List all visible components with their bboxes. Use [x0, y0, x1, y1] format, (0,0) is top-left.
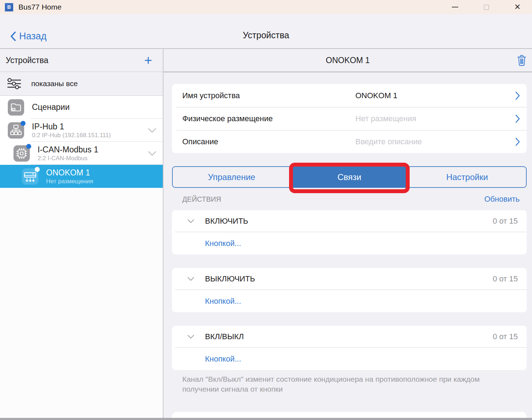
chevron-down-icon — [187, 335, 194, 339]
add-device-button[interactable]: + — [144, 55, 152, 66]
detail-content: Имя устройства ONOKOM 1 Физическое разме… — [164, 72, 532, 418]
chevron-down-icon[interactable] — [148, 128, 156, 133]
detail-header: ONOKOM 1 — [164, 49, 532, 72]
device-detail-panel: ONOKOM 1 Имя устр — [164, 49, 532, 418]
sidebar-item-onokom[interactable]: ONOKOM 1 Нет размещения — [0, 165, 163, 188]
info-label: Описание — [182, 137, 218, 146]
add-button-link[interactable]: Кнопкой... — [205, 239, 241, 248]
window-controls: ✕ — [450, 0, 522, 14]
body: Устройства + показаны все — [0, 49, 532, 418]
filter-label: показаны все — [31, 79, 78, 88]
status-badge — [26, 144, 31, 149]
actions-section-label: ДЕЙСТВИЯ — [182, 195, 221, 203]
action-card-toggle: ВКЛ/ВЫКЛ 0 от 15 Кнопкой... — [172, 326, 527, 370]
device-info-card: Имя устройства ONOKOM 1 Физическое разме… — [172, 84, 527, 153]
window-bottom-edge — [0, 418, 532, 420]
network-hub-icon — [8, 122, 24, 139]
chevron-right-icon — [515, 138, 520, 146]
app-window: B Bus77 Home ✕ Назад Устройства Устройст… — [0, 0, 532, 420]
actions-header: ДЕЙСТВИЯ Обновить — [172, 193, 527, 206]
minimize-icon — [452, 7, 458, 7]
chevron-left-icon — [10, 31, 16, 41]
chip-icon — [13, 145, 30, 162]
maximize-icon — [484, 5, 489, 10]
status-badge — [21, 121, 26, 126]
device-name-title: ONOKOM 1 — [326, 56, 370, 65]
info-value: ONOKOM 1 — [355, 91, 398, 100]
device-title: IP-Hub 1 — [32, 122, 111, 131]
action-link-row: Кнопкой... — [172, 348, 527, 370]
info-label: Физическое размещение — [182, 114, 273, 123]
action-link-row: Кнопкой... — [172, 232, 527, 254]
chevron-down-icon[interactable] — [148, 151, 156, 156]
trash-icon — [516, 54, 527, 67]
action-card-header[interactable]: ВКЛЮЧИТЬ 0 от 15 — [172, 210, 527, 232]
action-title: ВКЛЮЧИТЬ — [172, 217, 248, 226]
next-card-partial — [172, 412, 527, 418]
chevron-down-icon — [187, 277, 194, 281]
device-sidebar: Устройства + показаны все — [0, 49, 164, 418]
action-card-turn-on: ВКЛЮЧИТЬ 0 от 15 Кнопкой... — [172, 210, 527, 254]
info-value-placeholder: Введите описание — [355, 137, 422, 146]
tab-bar-wrap: Управление Связи Настройки — [172, 166, 527, 188]
sidebar-item-i-can-modbus[interactable]: I-CAN-Modbus 1 2:2 I-CAN-Modbus — [0, 142, 163, 165]
device-subtitle: Нет размещения — [46, 178, 93, 185]
tab-control[interactable]: Управление — [173, 167, 290, 187]
tab-bar: Управление Связи Настройки — [172, 166, 527, 188]
back-button[interactable]: Назад — [10, 31, 46, 42]
action-count: 0 от 15 — [493, 274, 518, 284]
minimize-button[interactable] — [450, 2, 460, 12]
nav-bar: Назад Устройства — [0, 14, 532, 49]
device-list: Сценарии — [0, 96, 163, 418]
app-icon: B — [4, 2, 14, 12]
info-value-placeholder: Нет размещения — [355, 114, 416, 123]
sidebar-header: Устройства + — [0, 49, 163, 72]
refresh-link[interactable]: Обновить — [484, 195, 520, 204]
filter-row[interactable]: показаны все — [0, 72, 163, 96]
action-title: ВКЛ/ВЫКЛ — [172, 332, 244, 341]
chevron-down-icon — [187, 219, 194, 223]
info-row-description[interactable]: Описание Введите описание — [172, 130, 527, 153]
maximize-button[interactable] — [482, 2, 491, 12]
sidebar-item-ip-hub[interactable]: IP-Hub 1 0:2 IP-Hub (192.168.151.111) — [0, 119, 163, 142]
device-title: I-CAN-Modbus 1 — [38, 145, 98, 155]
sidebar-item-scenarios[interactable]: Сценарии — [0, 96, 163, 119]
info-label: Имя устройства — [182, 91, 240, 100]
info-row-placement[interactable]: Физическое размещение Нет размещения — [172, 107, 527, 130]
device-title: ONOKOM 1 — [46, 168, 93, 178]
back-label: Назад — [19, 31, 46, 42]
tab-settings[interactable]: Настройки — [408, 167, 526, 187]
title-bar: B Bus77 Home ✕ — [0, 0, 532, 14]
close-button[interactable]: ✕ — [513, 2, 522, 12]
action-card-header[interactable]: ВЫКЛЮЧИТЬ 0 от 15 — [172, 268, 527, 290]
add-button-link[interactable]: Кнопкой... — [205, 354, 241, 364]
toggle-channel-footnote: Канал "Вкл/Выкл" изменит состояние конди… — [172, 374, 512, 394]
sidebar-title: Устройства — [6, 56, 48, 65]
air-conditioner-icon — [22, 168, 38, 185]
tab-links[interactable]: Связи — [290, 167, 408, 187]
add-button-link[interactable]: Кнопкой... — [205, 297, 241, 306]
action-link-row: Кнопкой... — [172, 290, 527, 312]
action-count: 0 от 15 — [493, 332, 518, 341]
chevron-right-icon — [515, 114, 520, 123]
action-card-turn-off: ВЫКЛЮЧИТЬ 0 от 15 Кнопкой... — [172, 268, 527, 312]
info-row-name[interactable]: Имя устройства ONOKOM 1 — [172, 84, 527, 107]
window-title: Bus77 Home — [18, 3, 61, 11]
delete-device-button[interactable] — [516, 54, 527, 67]
filter-sliders-icon — [6, 77, 22, 90]
page-title: Устройства — [243, 30, 289, 40]
folder-icon — [8, 99, 24, 116]
action-count: 0 от 15 — [493, 217, 518, 226]
chevron-right-icon — [515, 91, 520, 100]
status-badge — [35, 167, 40, 172]
device-title: Сценарии — [32, 102, 70, 112]
close-icon: ✕ — [514, 3, 521, 11]
device-subtitle: 2:2 I-CAN-Modbus — [38, 155, 98, 162]
action-title: ВЫКЛЮЧИТЬ — [172, 274, 255, 284]
device-subtitle: 0:2 IP-Hub (192.168.151.111) — [32, 131, 111, 139]
action-card-header[interactable]: ВКЛ/ВЫКЛ 0 от 15 — [172, 326, 527, 347]
